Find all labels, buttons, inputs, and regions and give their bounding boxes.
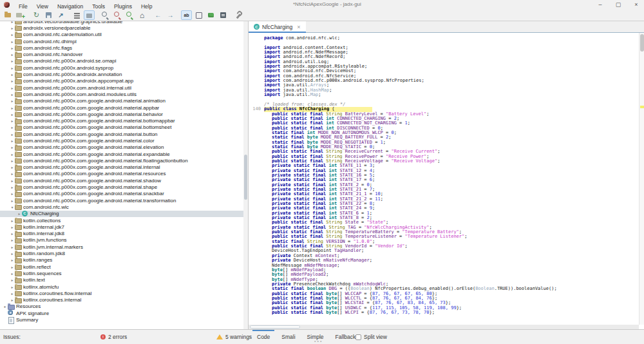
chevron-right-icon[interactable]: ▸ xyxy=(10,238,15,242)
tree-vertical-scrollbar[interactable] xyxy=(243,21,248,329)
tree-item[interactable]: ▸kotlin.internal.jdk7 xyxy=(0,224,243,230)
tree-item[interactable]: ▸com.android.nfc.p000x.android.se.omapi xyxy=(0,58,243,64)
smali-debugger-icon[interactable] xyxy=(205,10,216,20)
chevron-right-icon[interactable]: ▸ xyxy=(10,26,15,30)
menu-file[interactable]: File xyxy=(14,3,32,10)
chevron-right-icon[interactable]: ▸ xyxy=(10,132,15,137)
chevron-right-icon[interactable]: ▸ xyxy=(10,285,15,289)
export-icon[interactable] xyxy=(55,10,66,20)
chevron-right-icon[interactable]: ▸ xyxy=(10,32,15,37)
deobfuscation-icon[interactable] xyxy=(181,10,192,20)
tree-item[interactable]: ▸kotlin.jvm.functions xyxy=(0,237,243,244)
chevron-right-icon[interactable]: ▸ xyxy=(10,271,15,276)
tree-item[interactable]: ▸com.android.nfc.p000x.androidx.annotati… xyxy=(0,71,243,77)
code-horizontal-scrollbar[interactable] xyxy=(249,325,639,329)
search-usage-icon[interactable] xyxy=(124,10,135,20)
tree-item[interactable]: ▸kotlin.sequences xyxy=(0,270,243,276)
chevron-right-icon[interactable]: ▸ xyxy=(10,278,15,282)
menu-help[interactable]: Help xyxy=(137,3,156,10)
chevron-right-icon[interactable]: ▸ xyxy=(10,112,15,117)
menu-tools[interactable]: Tools xyxy=(88,3,109,10)
tree-item[interactable]: ▸kotlinx.coroutines.flow.internal xyxy=(0,290,243,296)
chevron-right-icon[interactable]: ▸ xyxy=(10,86,15,90)
tree-item[interactable]: ▸com.android.nfc.p000x.com.google.androi… xyxy=(0,197,243,204)
chevron-right-icon[interactable]: ▸ xyxy=(10,158,15,163)
menu-navigation[interactable]: Navigation xyxy=(53,3,88,10)
tab-nfccharging[interactable]: NfcCharging × xyxy=(249,21,306,32)
tree-item[interactable]: ▸com.android.nfc.p000x.com.google.androi… xyxy=(0,137,243,144)
chevron-right-icon[interactable]: ▸ xyxy=(10,145,15,149)
add-files-icon[interactable] xyxy=(15,10,26,20)
tree-item[interactable]: ▸kotlin.text xyxy=(0,277,243,283)
chevron-right-icon[interactable]: ▸ xyxy=(10,185,15,189)
chevron-right-icon[interactable]: ▸ xyxy=(10,39,15,44)
chevron-right-icon[interactable]: ▸ xyxy=(10,251,15,256)
tree-item[interactable]: ▸com.android.nfc.handover xyxy=(0,51,243,57)
tree-item[interactable]: ▸kotlin.reflect xyxy=(0,263,243,270)
maximize-button[interactable]: ▢ xyxy=(614,0,622,9)
tree-item[interactable]: ▸com.android.nfc.p000x.com.google.androi… xyxy=(0,191,243,197)
collapse-icon[interactable] xyxy=(71,10,82,20)
code-vertical-scrollbar[interactable] xyxy=(639,33,644,325)
chevron-right-icon[interactable]: ▸ xyxy=(10,21,15,24)
tab-close-icon[interactable]: × xyxy=(297,24,300,30)
chevron-right-icon[interactable]: ▸ xyxy=(10,225,15,229)
menu-view[interactable]: View xyxy=(32,3,53,10)
tree-item[interactable]: ▸kotlinx.atomicfu xyxy=(0,283,243,290)
inspector-icon[interactable] xyxy=(193,10,204,20)
tree-item[interactable]: ▸com.android.nfc.p000x.com.google.androi… xyxy=(0,157,243,164)
tree-item[interactable]: ▸androidx.versionedparcelable xyxy=(0,24,243,31)
tree-item[interactable]: ▸com.android.nfc.p000x.android.sysprop xyxy=(0,64,243,71)
nav-back-icon[interactable] xyxy=(153,10,164,20)
tree-item[interactable]: ▸Resources xyxy=(0,303,243,310)
tree-item[interactable]: ▸com.android.nfc.p000x.com.google.androi… xyxy=(0,151,243,157)
open-file-icon[interactable] xyxy=(3,10,14,20)
tree-item[interactable]: ▸kotlin.internal.jdk8 xyxy=(0,231,243,237)
tree-item[interactable]: ▸com.android.nfc.flags xyxy=(0,44,243,51)
chevron-right-icon[interactable]: ▸ xyxy=(10,245,15,249)
tree-item[interactable]: ▸kotlinx.coroutines.internal xyxy=(0,296,243,303)
tree-item[interactable]: ▸com.android.nfc.p000x.com.android.inter… xyxy=(0,84,243,91)
code-hscrollbar-thumb[interactable] xyxy=(250,325,300,329)
chevron-right-icon[interactable]: ▸ xyxy=(10,165,15,169)
chevron-right-icon[interactable]: ▸ xyxy=(10,79,15,83)
tree-item[interactable]: Summary xyxy=(0,316,243,323)
tree-scrollbar-thumb[interactable] xyxy=(244,155,247,200)
package-tree[interactable]: ▸androidx.vectordrawable.graphics.drawab… xyxy=(0,21,243,329)
chevron-right-icon[interactable]: ▸ xyxy=(10,72,15,77)
split-view-checkbox[interactable] xyxy=(355,334,361,340)
tree-item[interactable]: ▸com.android.nfc.p000x.com.google.androi… xyxy=(0,177,243,184)
tab-smali[interactable]: Smali xyxy=(276,330,301,344)
tree-item[interactable]: ▸com.android.nfc.dhimpl xyxy=(0,38,243,44)
tree-item[interactable]: ▸com.android.nfc.p000x.com.google.androi… xyxy=(0,171,243,177)
chevron-right-icon[interactable]: ▸ xyxy=(10,139,15,143)
chevron-right-icon[interactable]: ▸ xyxy=(10,92,15,97)
nav-forward-icon[interactable] xyxy=(165,10,176,20)
errors-badge[interactable]: 2 errors xyxy=(100,330,127,344)
warnings-badge[interactable]: 5 warnings xyxy=(216,330,252,344)
save-all-icon[interactable] xyxy=(43,10,54,20)
chevron-right-icon[interactable]: ▸ xyxy=(10,52,15,57)
tree-item[interactable]: ▸com.android.nfc.p000x.com.google.androi… xyxy=(0,124,243,131)
tree-item[interactable]: ▸com.android.nfc.p000x.com.google.androi… xyxy=(0,111,243,117)
chevron-right-icon[interactable]: ▸ xyxy=(10,258,15,262)
chevron-right-icon[interactable]: ▸ xyxy=(10,171,15,176)
chevron-right-icon[interactable]: ▸ xyxy=(10,291,15,296)
close-button[interactable]: × xyxy=(632,0,640,9)
minimize-button[interactable]: – xyxy=(596,0,604,9)
tree-item[interactable]: ▸com.android.nfc.p000x.com.google.androi… xyxy=(0,98,243,104)
chevron-right-icon[interactable]: ▸ xyxy=(10,191,15,196)
chevron-right-icon[interactable]: ▸ xyxy=(10,119,15,123)
tree-item[interactable]: ▸kotlin.collections xyxy=(0,217,243,224)
chevron-right-icon[interactable]: ▸ xyxy=(3,304,8,309)
chevron-right-icon[interactable]: ▸ xyxy=(10,46,15,50)
chevron-down-icon[interactable]: ▾ xyxy=(10,205,15,209)
chevron-right-icon[interactable]: ▸ xyxy=(10,59,15,63)
tree-item[interactable]: ▸com.android.nfc.p000x.com.google.androi… xyxy=(0,104,243,111)
tree-item[interactable]: ▸com.android.nfc.p000x.com.google.androi… xyxy=(0,131,243,137)
chevron-right-icon[interactable]: ▸ xyxy=(10,178,15,183)
chevron-right-icon[interactable]: ▸ xyxy=(10,198,15,203)
chevron-right-icon[interactable]: ▸ xyxy=(10,99,15,103)
chevron-right-icon[interactable]: ▸ xyxy=(10,125,15,129)
tree-item[interactable]: ▸com.android.nfc.cardemulation.util xyxy=(0,32,243,38)
